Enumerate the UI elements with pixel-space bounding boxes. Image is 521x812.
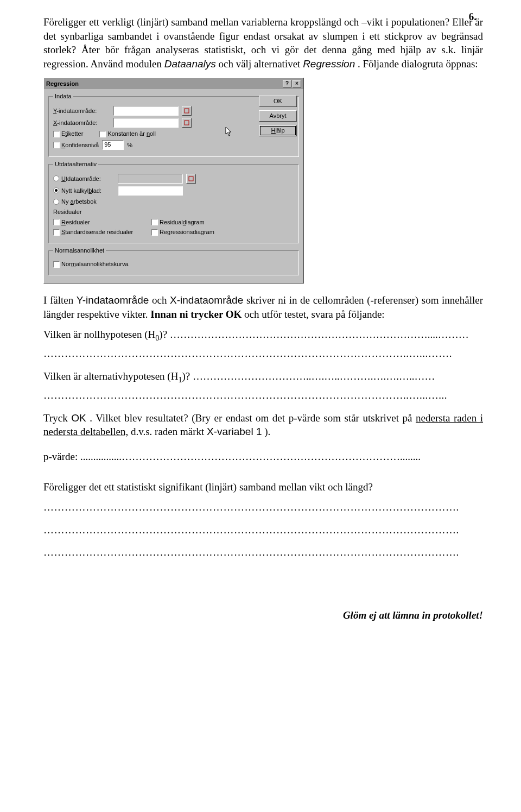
x-range-label: X-indataområde: [53, 119, 110, 127]
y-range-input[interactable] [113, 106, 179, 116]
titlebar: Regression ? × [44, 78, 303, 90]
dialog-title: Regression [46, 80, 79, 88]
confidence-checkbox[interactable]: Konfidensnivå [53, 141, 99, 149]
field-x-name: X-indataområde [170, 294, 243, 306]
out-range-radio[interactable]: Utdataområde: [53, 175, 115, 183]
x-range-selector-icon[interactable] [182, 118, 192, 128]
q1-line: …………………………………………………………………………………………..…...… [43, 347, 483, 361]
p3c: d.v.s. raden märkt [131, 426, 207, 437]
indata-legend: Indata [53, 92, 73, 100]
page-number: 6. [469, 10, 476, 24]
outdata-group: Utdataalternativ Utdataområde: Nytt kalk… [48, 160, 299, 243]
help-icon[interactable]: ? [283, 80, 291, 87]
regression-dialog: Regression ? × Indata Y-indataområde: X-… [43, 78, 304, 284]
new-sheet-radio[interactable]: Nytt kalkylblad: [53, 187, 115, 195]
residuals-checkbox[interactable]: Residualer [53, 218, 137, 226]
const-zero-checkbox[interactable]: Konstanten är noll [99, 130, 156, 138]
q2-line: …………………………………………………………………………………………..…...… [43, 388, 483, 402]
outdata-legend: Utdataalternativ [53, 160, 98, 168]
intro-text-c: . Följande dialogruta öppnas: [358, 58, 478, 70]
normal-plot-checkbox[interactable]: Normalsannolikhetskurva [53, 260, 129, 268]
x-range-input[interactable] [113, 118, 179, 128]
p3d: ). [264, 426, 270, 437]
q1-tail: )? …………………………………………………………………....……… [159, 329, 469, 340]
close-icon[interactable]: × [293, 80, 301, 87]
std-residuals-checkbox[interactable]: Standardiserade residualer [53, 228, 137, 236]
before-ok-bold: Innan ni trycker OK [150, 309, 242, 320]
fields-text-b: och [152, 294, 170, 306]
final-question: Föreligger det ett statistiskt signifika… [43, 480, 483, 494]
ok-button[interactable]: OK [259, 96, 297, 107]
final-line-1: ………………………………………………………………………………………………………. [43, 500, 483, 514]
fields-paragraph: I fälten Y-indataområde och X-indataområ… [43, 293, 483, 321]
new-book-radio[interactable]: Ny arbetsbok [53, 198, 97, 206]
footer-note: Glöm ej att lämna in protokollet! [43, 608, 483, 622]
fields-text-a: I fälten [43, 294, 77, 306]
q1-text: Vilken är nollhypotesen (H [43, 329, 155, 340]
help-button[interactable]: Hjälp [259, 125, 297, 136]
fields-text-d: och utför testet, svara på följande: [244, 309, 385, 320]
normal-group: Normalsannolikhet Normalsannolikhetskurv… [48, 247, 299, 275]
p3a: Tryck [43, 412, 71, 424]
q2-sub: 1 [178, 375, 182, 384]
intro-text-b: och välj alternativet [219, 58, 303, 70]
p3-var: X-variabel 1 [207, 426, 262, 437]
regression-diagram-checkbox[interactable]: Regressionsdiagram [151, 228, 214, 236]
confidence-input[interactable]: 95 [102, 140, 124, 150]
out-range-selector-icon[interactable] [186, 174, 196, 184]
final-line-3: ………………………………………………………………………………………………………. [43, 545, 483, 559]
svg-rect-1 [185, 121, 189, 125]
alt-name: Regression [303, 58, 355, 70]
residual-diagram-checkbox[interactable]: Residualdiagram [151, 218, 205, 226]
percent-label: % [127, 141, 132, 149]
svg-rect-0 [185, 109, 189, 113]
normal-legend: Normalsannolikhet [53, 247, 106, 255]
q2-tail: )? ……………………………..….…..……….….….…..…… [182, 370, 435, 382]
labels-checkbox[interactable]: Etiketter [53, 130, 83, 138]
final-line-2: ………………………………………………………………………………………………………. [43, 523, 483, 537]
q2: Vilken är alternativhypotesen (H1)? …………… [43, 369, 483, 385]
press-ok-paragraph: Tryck OK . Vilket blev resultatet? (Bry … [43, 411, 483, 439]
q1: Vilken är nollhypotesen (H0)? …………………………… [43, 328, 483, 343]
module-name: Dataanalys [164, 58, 216, 70]
field-y-name: Y-indataområde [77, 294, 149, 306]
y-range-label: Y-indataområde: [53, 107, 110, 115]
intro-paragraph: Föreligger ett verkligt (linjärt) samban… [43, 15, 483, 71]
p3b: . Vilket blev resultatet? (Bry er endast… [90, 412, 416, 424]
out-range-input [118, 174, 183, 184]
svg-rect-2 [189, 177, 193, 181]
new-sheet-input[interactable] [118, 186, 183, 196]
cancel-button[interactable]: Avbryt [259, 110, 297, 122]
q2-text: Vilken är alternativhypotesen (H [43, 370, 178, 382]
p3-ok: OK [71, 412, 86, 424]
pvalue-line: p-värde: ................………………………………………… [43, 450, 483, 464]
y-range-selector-icon[interactable] [182, 106, 192, 116]
